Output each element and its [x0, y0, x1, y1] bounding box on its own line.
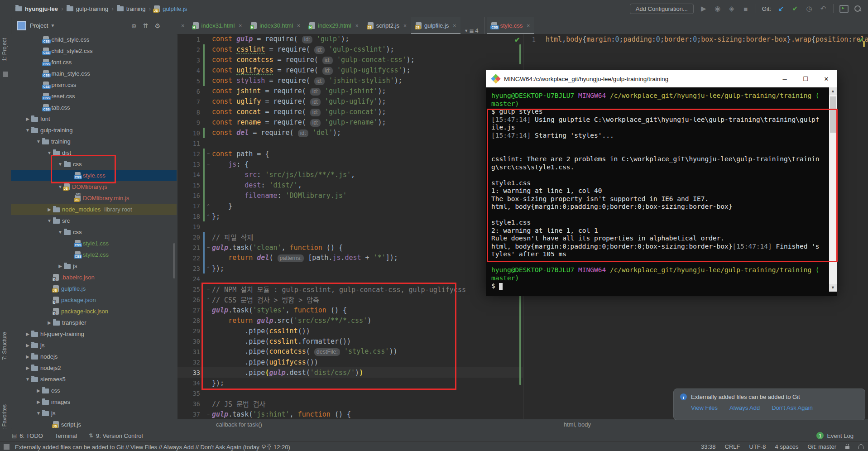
tree-item-style.css[interactable]: CSSstyle.css: [11, 170, 177, 181]
close-icon[interactable]: ×: [239, 23, 242, 29]
tree-item-css[interactable]: ▼css: [11, 226, 177, 238]
tool-button-todo[interactable]: ▤ 6: TODO: [12, 432, 43, 439]
tab-index31.html[interactable]: Hindex31.html×: [188, 17, 247, 34]
git-branch[interactable]: Git: master: [807, 443, 836, 450]
tree-item-css[interactable]: ▶css: [11, 385, 177, 396]
chevron-down-icon[interactable]: ▼: [46, 218, 53, 223]
notification-link-view-files[interactable]: View Files: [691, 404, 718, 411]
chevron-down-icon[interactable]: ▼: [35, 411, 42, 416]
project-tree[interactable]: CSSchild_style.cssCSSchild_style2.cssCSS…: [11, 34, 177, 428]
tab-script2.js[interactable]: JSscript2.js×: [363, 17, 411, 34]
close-icon[interactable]: ×: [297, 23, 300, 29]
tree-item-DOMlibrary.min.js[interactable]: JS101DOMlibrary.min.js: [11, 192, 177, 204]
chevron-right-icon[interactable]: ▶: [46, 320, 53, 325]
fold-marker[interactable]: ⌃: [205, 266, 212, 271]
coverage-icon[interactable]: ◈: [728, 5, 736, 13]
fold-marker[interactable]: ⌃: [205, 214, 212, 219]
chevron-right-icon[interactable]: ▶: [24, 116, 31, 121]
chevron-right-icon[interactable]: ▶: [57, 264, 64, 269]
fold-marker[interactable]: −: [205, 151, 212, 156]
chevron-right-icon[interactable]: ▶: [24, 365, 31, 370]
tree-item-font.css[interactable]: CSSfont.css: [11, 57, 177, 68]
editor-breadcrumb-left[interactable]: callback for task(): [177, 419, 561, 429]
tree-item-package-lock.json[interactable]: {}package-lock.json: [11, 306, 177, 317]
tree-item-nodejs2[interactable]: ▶nodejs2: [11, 362, 177, 374]
tool-button-version-control[interactable]: ⇅ 9: Version Control: [89, 432, 143, 439]
close-button[interactable]: ✕: [816, 70, 837, 87]
run-anything-icon[interactable]: [839, 5, 849, 13]
project-tree-scrollbar[interactable]: [173, 243, 175, 278]
add-configuration-button[interactable]: Add Configuration...: [630, 4, 694, 14]
chevron-right-icon[interactable]: ▶: [24, 354, 31, 359]
mingw64-terminal-window[interactable]: MINGW64:/c/workplace_git/hyungju-lee/gul…: [486, 70, 837, 292]
tree-item-training[interactable]: ▼training: [11, 136, 177, 147]
notifications-icon[interactable]: [858, 444, 863, 449]
debug-icon[interactable]: ◉: [714, 5, 722, 13]
fold-marker[interactable]: −: [205, 307, 212, 312]
breadcrumb-item[interactable]: hyungju-lee: [15, 5, 58, 12]
terminal-scrollbar[interactable]: ▲ ▼: [829, 87, 837, 292]
fold-marker[interactable]: −: [205, 287, 212, 292]
close-icon[interactable]: ×: [453, 23, 456, 29]
tree-item-tab.css[interactable]: CSStab.css: [11, 102, 177, 113]
tree-item-style1.css[interactable]: CSSstyle1.css: [11, 238, 177, 249]
tree-item-js[interactable]: ▶js: [11, 340, 177, 351]
terminal-title-bar[interactable]: MINGW64:/c/workplace_git/hyungju-lee/gul…: [486, 70, 837, 87]
chevron-down-icon[interactable]: ▼: [57, 230, 64, 235]
tab-index30.html[interactable]: Hindex30.html×: [246, 17, 305, 34]
minimize-button[interactable]: ─: [774, 70, 795, 87]
tool-stripe-icon[interactable]: [3, 72, 8, 77]
line-separator[interactable]: CRLF: [725, 443, 740, 450]
editor-breadcrumb-right[interactable]: html, body: [524, 419, 868, 429]
tree-item-js[interactable]: ▶js: [11, 260, 177, 272]
tab-index29.html[interactable]: Hindex29.html×: [305, 17, 363, 34]
tree-item-src[interactable]: ▼src: [11, 215, 177, 226]
tree-item-main_style.css[interactable]: CSSmain_style.css: [11, 68, 177, 79]
tree-item-images[interactable]: ▶images: [11, 396, 177, 408]
fold-marker[interactable]: −: [205, 162, 212, 167]
tool-button-terminal[interactable]: Terminal: [55, 432, 77, 439]
chevron-right-icon[interactable]: ▶: [24, 343, 31, 348]
fold-marker[interactable]: ⌃: [205, 203, 212, 208]
file-encoding[interactable]: UTF-8: [749, 443, 766, 450]
scroll-down-icon[interactable]: ▼: [829, 284, 837, 292]
project-panel-header[interactable]: Project ▼ ⊕ ⇈ ⚙ ─: [11, 17, 177, 34]
tree-item-node_modules[interactable]: ▶node_moduleslibrary root: [11, 204, 177, 215]
clipped-tab[interactable]: ×: [177, 17, 188, 34]
fold-marker[interactable]: −: [205, 245, 212, 250]
lock-icon[interactable]: [845, 446, 849, 449]
tree-item-css[interactable]: ▼css: [11, 158, 177, 170]
chevron-down-icon[interactable]: ▼: [24, 128, 31, 133]
tree-item-js[interactable]: ▼js: [11, 408, 177, 419]
chevron-down-icon[interactable]: ▼: [24, 377, 31, 382]
hide-panel-icon[interactable]: ─: [167, 22, 171, 29]
tree-item-child_style.css[interactable]: CSSchild_style.css: [11, 34, 177, 45]
tree-item-.babelrc.json[interactable]: {}.babelrc.json: [11, 272, 177, 283]
terminal-output[interactable]: hyung@DESKTOP-U7BJLU7 MINGW64 /c/workpla…: [486, 87, 837, 296]
chevron-right-icon[interactable]: ▶: [46, 207, 53, 212]
collapse-all-icon[interactable]: ⇈: [143, 22, 149, 29]
tree-item-hl-jquery-training[interactable]: ▶hl-jquery-training: [11, 328, 177, 340]
chevron-down-icon[interactable]: ▼: [46, 150, 53, 155]
maximize-button[interactable]: ☐: [795, 70, 816, 87]
gear-icon[interactable]: ⚙: [155, 22, 161, 29]
tree-item-prism.css[interactable]: CSSprism.css: [11, 79, 177, 91]
tree-item-nodejs[interactable]: ▶nodejs: [11, 351, 177, 362]
stop-icon[interactable]: ■: [742, 5, 750, 13]
event-log-button[interactable]: 1 Event Log: [816, 432, 854, 439]
editor-gulpfile[interactable]: 1const gulp = require( id: 'gulp');2cons…: [177, 34, 523, 419]
tree-item-reset.css[interactable]: CSSreset.css: [11, 91, 177, 102]
commit-icon[interactable]: ✔: [791, 5, 799, 13]
run-icon[interactable]: ▶: [700, 5, 708, 13]
fold-marker[interactable]: ⌃: [205, 297, 212, 302]
scroll-up-icon[interactable]: ▲: [829, 87, 837, 95]
chevron-right-icon[interactable]: ▶: [35, 388, 42, 393]
close-icon[interactable]: ×: [355, 23, 359, 29]
tree-item-font[interactable]: ▶font: [11, 113, 177, 125]
tool-windows-icon[interactable]: [4, 444, 10, 450]
chevron-down-icon[interactable]: ▼: [50, 23, 55, 28]
tool-button-structure[interactable]: 7: Structure: [1, 332, 8, 360]
tree-item-package.json[interactable]: {}package.json: [11, 294, 177, 306]
inspection-ok-icon[interactable]: ✔: [514, 36, 520, 44]
breadcrumb-item[interactable]: gulp-training: [67, 5, 109, 12]
